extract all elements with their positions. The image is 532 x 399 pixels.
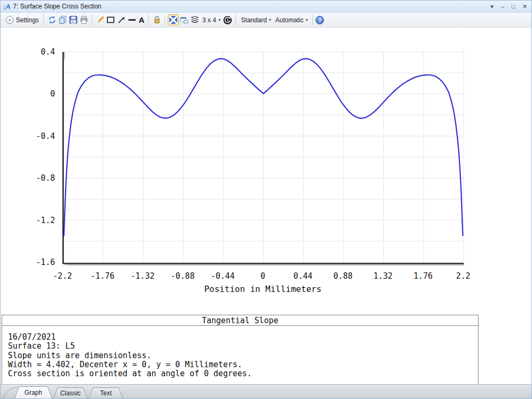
y-axis-labels: 0.40-0.4-0.8-1.2-1.6 <box>16 51 59 265</box>
auto-apply-button[interactable] <box>222 15 233 25</box>
tab-label: Classic <box>53 387 88 398</box>
copy-icon <box>58 15 67 24</box>
scale-to-fit-icon <box>169 15 178 24</box>
app-window: (A 7: Surface Slope Cross Section ▾ – □ … <box>0 0 532 399</box>
y-tick-label: 0 <box>16 89 59 99</box>
overlay-series-button[interactable] <box>190 15 200 25</box>
report-title: Tangential Slope <box>2 315 478 326</box>
toolbar-separator <box>92 14 92 25</box>
settings-button[interactable]: ⌄ Settings <box>4 15 41 25</box>
minimize-button[interactable]: – <box>501 4 504 10</box>
x-tick-label: 1.32 <box>374 271 393 281</box>
chevron-down-icon: ⌄ <box>6 16 14 24</box>
x-tick-label: 0 <box>260 271 265 281</box>
line-icon <box>128 15 137 24</box>
toolbar-separator <box>148 14 149 25</box>
x-axis-labels: -2.2-1.76-1.32-0.88-0.4400.440.881.321.7… <box>62 271 463 281</box>
tab-label: Graph <box>14 386 52 398</box>
report-line: Slope units are dimensionless. <box>8 351 478 360</box>
copy-to-window-icon <box>179 15 189 24</box>
x-tick-label: -0.88 <box>171 271 195 281</box>
x-tick-label: -1.32 <box>131 271 155 281</box>
tab-classic[interactable]: Classic <box>53 387 88 398</box>
refresh-icon <box>48 15 57 24</box>
report-line: Cross section is oriented at an angle of… <box>8 369 478 378</box>
report-body: 16/07/2021Surface 13: L5Slope units are … <box>2 326 478 378</box>
rectangle-icon <box>106 15 115 24</box>
maximize-button[interactable]: □ <box>511 4 515 10</box>
lock-icon <box>152 15 161 24</box>
grid-size-dropdown[interactable]: 3 x 4 ▾ <box>200 15 222 25</box>
y-tick-label: -0.8 <box>16 173 59 183</box>
auto-apply-icon <box>223 15 232 25</box>
annotate-rectangle-button[interactable] <box>105 15 116 25</box>
report-line: Width = 4.402, Decenter x = 0, y = 0 Mil… <box>8 360 478 369</box>
caret-down-icon: ▾ <box>269 17 271 22</box>
x-tick-label: -1.76 <box>91 271 114 281</box>
x-tick-label: 0.88 <box>333 271 353 281</box>
toolbar: ⌄ Settings <box>1 13 531 28</box>
copy-button[interactable] <box>57 15 68 25</box>
save-button[interactable] <box>68 15 78 25</box>
x-tick-label: 0.44 <box>293 271 312 281</box>
toolbar-separator <box>236 14 236 25</box>
window-controls: ▾ – □ ✕ <box>490 4 527 10</box>
arrow-icon <box>117 15 126 24</box>
report-line: 16/07/2021 <box>8 333 478 342</box>
copy-to-window-button[interactable] <box>179 15 190 25</box>
x-tick-label: 2.2 <box>456 271 470 281</box>
tab-bar: GraphClassicText <box>1 384 531 398</box>
toolbar-separator <box>43 14 44 25</box>
print-icon <box>79 15 88 24</box>
automatic-dropdown[interactable]: Automatic ▾ <box>273 15 310 25</box>
window-shade-button[interactable]: ▾ <box>490 4 493 10</box>
x-tick-label: -2.2 <box>53 271 72 281</box>
overlay-series-icon <box>190 15 200 24</box>
toolbar-separator <box>312 14 313 25</box>
titlebar: (A 7: Surface Slope Cross Section ▾ – □ … <box>1 1 531 13</box>
x-axis-title: Position in Millimeters <box>62 284 463 294</box>
standard-dropdown[interactable]: Standard ▾ <box>239 15 273 25</box>
save-icon <box>69 15 78 24</box>
app-logo-icon: (A <box>3 3 11 10</box>
text-report-panel: Tangential Slope 16/07/2021Surface 13: L… <box>2 315 479 385</box>
slope-plot <box>62 51 464 266</box>
annotate-text-button[interactable]: A <box>137 15 146 24</box>
report-line: Surface 13: L5 <box>8 342 478 351</box>
annotate-arrow-button[interactable] <box>116 15 127 25</box>
y-tick-label: -0.4 <box>16 131 59 141</box>
caret-down-icon: ▾ <box>305 17 308 22</box>
help-button[interactable]: ? <box>315 16 324 24</box>
refresh-button[interactable] <box>47 15 57 25</box>
window-title: 7: Surface Slope Cross Section <box>13 3 102 10</box>
tab-graph[interactable]: Graph <box>14 386 52 398</box>
tab-text[interactable]: Text <box>88 387 123 398</box>
x-tick-label: 1.76 <box>413 271 432 281</box>
x-tick-label: -0.44 <box>211 271 235 281</box>
lock-button[interactable] <box>151 15 162 25</box>
toolbar-separator <box>165 14 165 25</box>
chart-area: 0.40-0.4-0.8-1.2-1.6 -2.2-1.76-1.32-0.88… <box>1 28 531 386</box>
tab-label: Text <box>88 387 123 398</box>
close-button[interactable]: ✕ <box>522 4 527 10</box>
caret-down-icon: ▾ <box>218 17 220 22</box>
y-tick-label: -1.2 <box>16 216 59 225</box>
y-tick-label: -1.6 <box>16 258 59 267</box>
scale-to-fit-button[interactable] <box>168 14 179 25</box>
annotate-line-button[interactable] <box>127 15 137 25</box>
annotate-pencil-button[interactable] <box>95 15 105 25</box>
print-button[interactable] <box>78 15 89 25</box>
y-tick-label: 0.4 <box>16 47 59 57</box>
pencil-icon <box>96 15 105 24</box>
